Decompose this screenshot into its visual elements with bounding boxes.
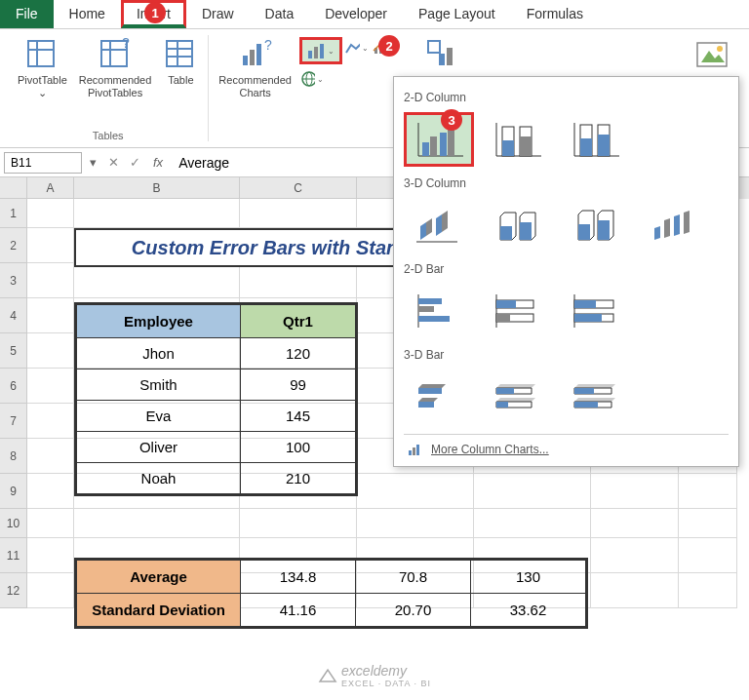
pivot-table-icon [24, 37, 59, 72]
svg-marker-90 [574, 388, 594, 394]
svg-rect-67 [418, 316, 450, 322]
svg-rect-13 [256, 44, 261, 65]
watermark: exceldemy EXCEL · DATA · BI [318, 663, 431, 688]
row-header[interactable]: 10 [0, 509, 27, 538]
3d-stacked-bar-option[interactable] [482, 369, 552, 424]
svg-rect-16 [314, 47, 318, 58]
tab-data[interactable]: Data [250, 0, 310, 28]
col-header[interactable]: A [27, 177, 74, 199]
table-icon [163, 37, 198, 72]
svg-rect-77 [574, 314, 602, 322]
recommended-charts-label: Recommended Charts [218, 74, 292, 99]
3d-stacked-100-bar-option[interactable] [560, 369, 630, 424]
line-chart-button[interactable]: ⌄ [344, 37, 370, 58]
row-header[interactable]: 3 [0, 263, 27, 298]
3d-column-option[interactable] [638, 198, 708, 253]
cell-qtr1[interactable]: 99 [241, 369, 356, 401]
row-header[interactable]: 5 [0, 333, 27, 369]
col-header[interactable]: C [240, 177, 357, 199]
avg-value[interactable]: 134.8 [241, 561, 356, 594]
clustered-bar-option[interactable] [404, 284, 474, 338]
cell-employee[interactable]: Jhon [77, 338, 241, 369]
row-header[interactable]: 11 [0, 538, 27, 573]
svg-marker-59 [598, 220, 610, 240]
avg-value[interactable]: 70.8 [356, 561, 471, 594]
more-column-charts-link[interactable]: More Column Charts... [404, 434, 729, 462]
3d-clustered-column-option[interactable] [404, 198, 474, 253]
svg-rect-66 [418, 306, 434, 312]
data-table: Employee Qtr1 Jhon120 Smith99 Eva145 Oli… [74, 302, 358, 496]
table-button[interactable]: Table [159, 35, 202, 126]
svg-rect-25 [447, 48, 453, 65]
stacked-bar-option[interactable] [482, 284, 552, 338]
cell-employee[interactable]: Smith [77, 369, 241, 401]
svg-marker-97 [320, 670, 335, 681]
accept-formula-icon[interactable]: ✓ [126, 155, 143, 170]
row-header[interactable]: 8 [0, 439, 27, 474]
cell-employee[interactable]: Eva [77, 401, 241, 432]
tab-page-layout[interactable]: Page Layout [403, 0, 511, 28]
chart-type-dropdown: 2-D Column 3-D Column 2-D Bar 3-D Bar Mo… [393, 76, 739, 467]
tab-draw[interactable]: Draw [186, 0, 250, 28]
3d-stacked-100-column-option[interactable] [560, 198, 630, 253]
sd-value[interactable]: 20.70 [356, 594, 471, 627]
recommended-pivot-icon: ? [98, 37, 133, 72]
file-tab[interactable]: File [0, 0, 54, 28]
svg-rect-32 [430, 136, 437, 156]
cell-qtr1[interactable]: 145 [241, 401, 356, 432]
avg-value[interactable]: 130 [471, 561, 586, 594]
sd-value[interactable]: 33.62 [471, 594, 586, 627]
cell-qtr1[interactable]: 120 [241, 338, 356, 369]
cell-employee[interactable]: Oliver [77, 432, 241, 463]
row-header[interactable]: 1 [0, 199, 27, 228]
row-header[interactable]: 4 [0, 298, 27, 333]
row-header[interactable]: 6 [0, 369, 27, 404]
cell-qtr1[interactable]: 210 [241, 463, 356, 494]
cell-qtr1[interactable]: 100 [241, 432, 356, 463]
svg-rect-34 [448, 127, 454, 156]
name-box-dropdown[interactable]: ▾ [86, 155, 100, 170]
svg-rect-15 [308, 51, 312, 58]
row-header[interactable]: 12 [0, 573, 27, 608]
select-all-corner[interactable] [0, 177, 27, 199]
cancel-formula-icon[interactable]: ✕ [104, 155, 122, 170]
svg-rect-72 [496, 314, 510, 322]
sd-label: Standard Deviation [77, 594, 241, 627]
svg-rect-95 [413, 447, 415, 455]
sd-value[interactable]: 41.16 [241, 594, 356, 627]
column-chart-button[interactable]: ⌄ [299, 37, 342, 64]
pivot-table-button[interactable]: PivotTable⌄ [14, 35, 71, 126]
pivot-chart-button[interactable] [420, 35, 463, 74]
svg-marker-50 [442, 211, 448, 232]
col-header[interactable]: B [74, 177, 240, 199]
recommended-pivot-button[interactable]: ? Recommended PivotTables [75, 35, 156, 126]
svg-rect-40 [520, 136, 532, 156]
map-chart-button[interactable]: ⌄ [299, 68, 325, 90]
3d-stacked-column-option[interactable] [482, 198, 552, 253]
stacked-column-option[interactable] [482, 112, 552, 167]
table-label: Table [168, 74, 193, 87]
row-header[interactable]: 7 [0, 404, 27, 439]
tab-developer[interactable]: Developer [309, 0, 403, 28]
row-header[interactable]: 9 [0, 474, 27, 509]
stacked-100-column-option[interactable] [560, 112, 630, 167]
section-2d-bar: 2-D Bar [404, 262, 729, 276]
name-box[interactable] [4, 152, 82, 174]
clustered-column-option[interactable] [404, 112, 474, 167]
section-2d-column: 2-D Column [404, 91, 729, 104]
svg-marker-62 [674, 214, 680, 236]
svg-marker-87 [496, 402, 508, 408]
svg-rect-44 [580, 138, 592, 156]
stacked-100-bar-option[interactable] [560, 284, 630, 338]
cell-employee[interactable]: Noah [77, 463, 241, 494]
line-chart-icon [345, 41, 360, 55]
tab-formulas[interactable]: Formulas [511, 0, 599, 28]
fx-icon[interactable]: fx [147, 155, 169, 170]
recommended-charts-button[interactable]: ? Recommended Charts [215, 35, 296, 101]
ribbon-group-tables: PivotTable⌄ ? Recommended PivotTables Ta… [8, 35, 209, 141]
row-header[interactable]: 2 [0, 228, 27, 263]
tab-home[interactable]: Home [54, 0, 121, 28]
3d-clustered-bar-option[interactable] [404, 369, 474, 424]
svg-rect-96 [416, 445, 419, 455]
svg-point-28 [717, 46, 723, 52]
